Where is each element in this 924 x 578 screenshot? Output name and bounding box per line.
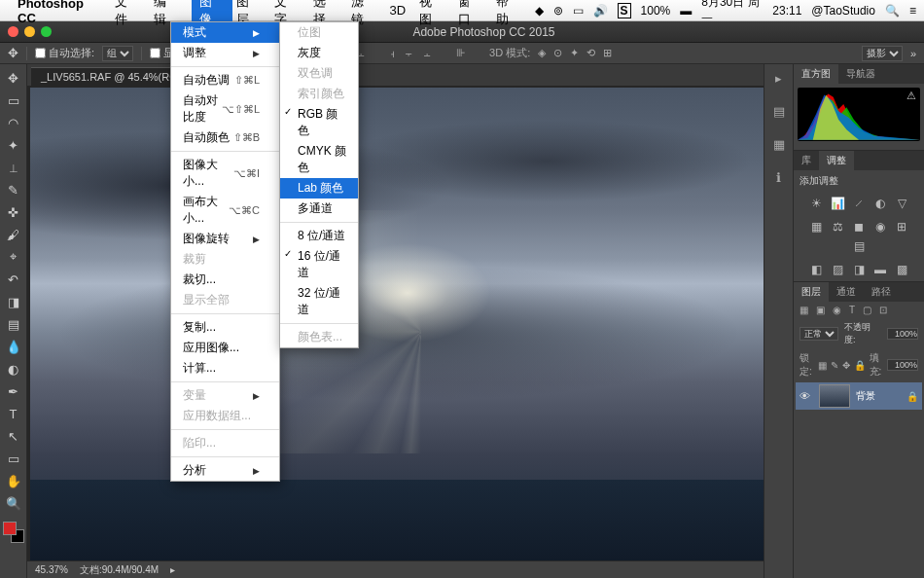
dodge-tool[interactable]: ◐ xyxy=(3,359,24,379)
workspace-select[interactable]: 摄影 xyxy=(862,46,903,61)
filter-icon[interactable]: ▦ xyxy=(800,305,808,315)
bw-icon[interactable]: ◼ xyxy=(850,219,868,235)
tab-adjustments[interactable]: 调整 xyxy=(819,151,854,170)
posterize-icon[interactable]: ▨ xyxy=(829,262,846,277)
menu-view[interactable]: 视图 xyxy=(419,0,444,28)
marquee-tool[interactable]: ▭ xyxy=(3,90,24,110)
layer-row[interactable]: 👁 背景 🔒 xyxy=(796,382,922,410)
eyedropper-tool[interactable]: ✎ xyxy=(3,180,24,199)
lock-icon[interactable]: ✎ xyxy=(831,360,838,371)
screen-icon[interactable]: ▭ xyxy=(573,4,584,18)
tab-paths[interactable]: 路径 xyxy=(864,282,899,302)
expand-icon[interactable]: ▸ xyxy=(769,70,789,86)
history-brush-tool[interactable]: ↶ xyxy=(3,270,24,289)
filter-icon[interactable]: ▢ xyxy=(863,305,871,315)
tab-layers[interactable]: 图层 xyxy=(794,282,829,302)
zoom-value[interactable]: 45.37% xyxy=(35,564,68,575)
menu-item[interactable]: 分析▶ xyxy=(171,460,279,481)
stamp-tool[interactable]: ⌖ xyxy=(3,247,24,267)
minimize-button[interactable] xyxy=(24,26,35,37)
layer-thumbnail[interactable] xyxy=(819,384,850,408)
tab-navigator[interactable]: 导航器 xyxy=(838,64,883,84)
align-icon[interactable]: ⫞ xyxy=(390,48,396,59)
auto-select-check[interactable]: 自动选择: xyxy=(35,46,94,60)
heal-tool[interactable]: ✜ xyxy=(3,202,24,222)
submenu-item[interactable]: ✓RGB 颜色 xyxy=(280,104,358,141)
3d-icon[interactable]: ◈ xyxy=(538,47,546,59)
tab-channels[interactable]: 通道 xyxy=(829,282,864,302)
type-tool[interactable]: T xyxy=(3,404,24,423)
chevron-right-icon[interactable]: ▸ xyxy=(170,564,175,575)
s-icon[interactable]: S xyxy=(618,3,631,18)
colorbalance-icon[interactable]: ⚖ xyxy=(829,219,846,235)
menu-item[interactable]: 自动色调⇧⌘L xyxy=(171,70,279,90)
3d-icon[interactable]: ⟲ xyxy=(586,47,595,59)
move-tool-icon[interactable]: ✥ xyxy=(8,46,18,60)
auto-select-mode[interactable]: 组 xyxy=(102,46,133,61)
warning-icon[interactable]: ⚠ xyxy=(906,90,916,102)
submenu-item[interactable]: ✓16 位/通道 xyxy=(280,246,358,283)
date-label[interactable]: 8月30日 周一 xyxy=(701,0,763,27)
menu-3d[interactable]: 3D xyxy=(390,3,407,18)
align-icon[interactable]: ⫟ xyxy=(404,48,414,59)
3d-icon[interactable]: ⊙ xyxy=(553,47,562,59)
curves-icon[interactable]: ⟋ xyxy=(850,196,868,211)
visibility-icon[interactable]: 👁 xyxy=(800,390,813,402)
menu-item[interactable]: 复制... xyxy=(171,317,279,338)
dist-icon[interactable]: ⊪ xyxy=(456,47,466,59)
menu-item[interactable]: 模式▶ xyxy=(171,22,279,43)
filter-icon[interactable]: T xyxy=(849,305,855,315)
menu-item[interactable]: 计算... xyxy=(171,358,279,379)
menu-item[interactable]: 应用图像... xyxy=(171,338,279,358)
menu-item[interactable]: 调整▶ xyxy=(171,43,279,63)
submenu-item[interactable]: 32 位/通道 xyxy=(280,283,358,320)
battery-icon[interactable]: ▬ xyxy=(680,4,692,18)
menu-window[interactable]: 窗口 xyxy=(458,0,482,28)
menu-item[interactable]: 图像旋转▶ xyxy=(171,229,279,249)
color-swatch[interactable] xyxy=(3,522,24,543)
submenu-item[interactable]: 8 位/通道 xyxy=(280,226,358,246)
vibrance-icon[interactable]: ▽ xyxy=(893,196,910,211)
filter-icon[interactable]: ⊡ xyxy=(879,305,887,315)
align-icon[interactable]: ⫠ xyxy=(422,48,433,59)
info-panel-icon[interactable]: ℹ xyxy=(769,169,789,185)
doc-info[interactable]: 文档:90.4M/90.4M xyxy=(80,563,159,577)
3d-icon[interactable]: ✦ xyxy=(570,47,579,59)
submenu-item[interactable]: CMYK 颜色 xyxy=(280,141,358,178)
menu-item[interactable]: 图像大小...⌥⌘I xyxy=(171,155,279,192)
3d-icon[interactable]: ⊞ xyxy=(603,47,612,59)
lock-icon[interactable]: ✥ xyxy=(842,360,850,371)
hand-tool[interactable]: ✋ xyxy=(3,471,24,490)
battery-label[interactable]: 100% xyxy=(641,4,671,18)
zoom-button[interactable] xyxy=(41,26,52,37)
menu-file[interactable]: 文件 xyxy=(115,0,139,28)
tab-library[interactable]: 库 xyxy=(794,151,819,170)
submenu-item[interactable]: Lab 颜色 xyxy=(280,178,358,199)
close-button[interactable] xyxy=(8,26,18,37)
zoom-tool[interactable]: 🔍 xyxy=(3,493,24,513)
actions-panel-icon[interactable]: ▦ xyxy=(769,136,789,152)
hue-icon[interactable]: ▦ xyxy=(807,219,825,235)
app-name[interactable]: Photoshop CC xyxy=(18,0,103,25)
menu-item[interactable]: 自动颜色⇧⌘B xyxy=(171,127,279,148)
spotlight-icon[interactable]: 🔍 xyxy=(885,4,900,18)
colorlookup-icon[interactable]: ▤ xyxy=(850,238,868,254)
menu-item[interactable]: 裁切... xyxy=(171,270,279,290)
brush-tool[interactable]: 🖌 xyxy=(3,225,24,244)
tab-histogram[interactable]: 直方图 xyxy=(794,64,838,84)
lock-icon[interactable]: 🔒 xyxy=(854,360,866,371)
user-label[interactable]: @TaoStudio xyxy=(811,4,875,18)
wand-tool[interactable]: ✦ xyxy=(3,135,24,155)
layer-name[interactable]: 背景 xyxy=(856,389,875,403)
blur-tool[interactable]: 💧 xyxy=(3,337,24,356)
filter-icon[interactable]: ▣ xyxy=(816,305,825,315)
search-icon[interactable]: » xyxy=(910,48,916,59)
submenu-item[interactable]: 灰度 xyxy=(280,43,358,63)
canvas[interactable] xyxy=(27,86,764,560)
volume-icon[interactable]: 🔊 xyxy=(593,4,608,18)
eraser-tool[interactable]: ◨ xyxy=(3,292,24,311)
shape-tool[interactable]: ▭ xyxy=(3,449,24,468)
brightness-icon[interactable]: ☀ xyxy=(807,196,825,211)
fill-input[interactable] xyxy=(887,359,918,371)
menu-extra-icon[interactable]: ≡ xyxy=(909,4,916,18)
